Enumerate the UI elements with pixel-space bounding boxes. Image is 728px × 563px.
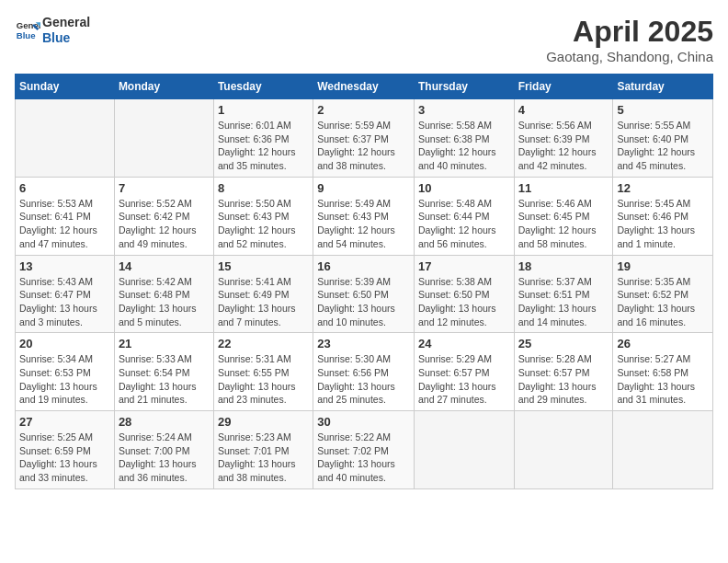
day-number: 22 bbox=[218, 337, 309, 350]
calendar-cell: 11Sunrise: 5:46 AM Sunset: 6:45 PM Dayli… bbox=[514, 177, 613, 255]
day-info: Sunrise: 5:58 AM Sunset: 6:38 PM Dayligh… bbox=[418, 119, 510, 173]
location-subtitle: Gaotang, Shandong, China bbox=[546, 49, 713, 64]
column-header-saturday: Saturday bbox=[613, 75, 713, 99]
day-number: 26 bbox=[617, 337, 709, 350]
calendar-cell: 23Sunrise: 5:30 AM Sunset: 6:56 PM Dayli… bbox=[313, 333, 415, 411]
calendar-week-3: 13Sunrise: 5:43 AM Sunset: 6:47 PM Dayli… bbox=[16, 255, 713, 333]
calendar-cell: 2Sunrise: 5:59 AM Sunset: 6:37 PM Daylig… bbox=[313, 99, 415, 178]
day-info: Sunrise: 5:33 AM Sunset: 6:54 PM Dayligh… bbox=[119, 352, 210, 407]
day-number: 25 bbox=[518, 337, 609, 350]
calendar-cell bbox=[16, 99, 115, 178]
day-number: 16 bbox=[317, 259, 410, 273]
day-number: 11 bbox=[518, 181, 609, 195]
day-number: 21 bbox=[119, 337, 210, 350]
day-info: Sunrise: 5:23 AM Sunset: 7:01 PM Dayligh… bbox=[218, 431, 309, 485]
day-info: Sunrise: 5:46 AM Sunset: 6:45 PM Dayligh… bbox=[518, 197, 609, 251]
calendar-cell: 14Sunrise: 5:42 AM Sunset: 6:48 PM Dayli… bbox=[114, 255, 213, 333]
day-number: 23 bbox=[317, 337, 410, 350]
calendar-cell bbox=[414, 411, 514, 489]
day-number: 4 bbox=[518, 103, 609, 117]
title-block: April 2025 Gaotang, Shandong, China bbox=[546, 15, 713, 64]
day-info: Sunrise: 5:28 AM Sunset: 6:57 PM Dayligh… bbox=[518, 352, 609, 407]
column-header-tuesday: Tuesday bbox=[213, 75, 313, 99]
day-info: Sunrise: 5:34 AM Sunset: 6:53 PM Dayligh… bbox=[19, 352, 110, 407]
day-number: 24 bbox=[418, 337, 510, 350]
day-info: Sunrise: 6:01 AM Sunset: 6:36 PM Dayligh… bbox=[218, 119, 309, 173]
calendar-cell: 10Sunrise: 5:48 AM Sunset: 6:44 PM Dayli… bbox=[414, 177, 514, 255]
day-number: 29 bbox=[218, 415, 309, 429]
calendar-table: SundayMondayTuesdayWednesdayThursdayFrid… bbox=[15, 74, 713, 489]
day-number: 20 bbox=[19, 337, 110, 350]
column-header-thursday: Thursday bbox=[414, 75, 514, 99]
calendar-cell: 20Sunrise: 5:34 AM Sunset: 6:53 PM Dayli… bbox=[16, 333, 115, 411]
day-info: Sunrise: 5:45 AM Sunset: 6:46 PM Dayligh… bbox=[617, 197, 709, 251]
calendar-cell: 28Sunrise: 5:24 AM Sunset: 7:00 PM Dayli… bbox=[114, 411, 213, 489]
calendar-cell: 9Sunrise: 5:49 AM Sunset: 6:43 PM Daylig… bbox=[313, 177, 415, 255]
day-number: 1 bbox=[218, 103, 309, 117]
day-number: 17 bbox=[418, 259, 510, 273]
day-number: 8 bbox=[218, 181, 309, 195]
month-title: April 2025 bbox=[546, 15, 713, 49]
column-header-sunday: Sunday bbox=[16, 75, 115, 99]
calendar-cell: 18Sunrise: 5:37 AM Sunset: 6:51 PM Dayli… bbox=[514, 255, 613, 333]
calendar-cell: 15Sunrise: 5:41 AM Sunset: 6:49 PM Dayli… bbox=[213, 255, 313, 333]
calendar-cell: 7Sunrise: 5:52 AM Sunset: 6:42 PM Daylig… bbox=[114, 177, 213, 255]
day-number: 13 bbox=[19, 259, 110, 273]
day-number: 14 bbox=[119, 259, 210, 273]
svg-text:Blue: Blue bbox=[17, 30, 36, 40]
calendar-cell bbox=[114, 99, 213, 178]
calendar-week-5: 27Sunrise: 5:25 AM Sunset: 6:59 PM Dayli… bbox=[16, 411, 713, 489]
column-header-wednesday: Wednesday bbox=[313, 75, 415, 99]
column-header-friday: Friday bbox=[514, 75, 613, 99]
day-info: Sunrise: 5:52 AM Sunset: 6:42 PM Dayligh… bbox=[119, 197, 210, 251]
calendar-week-2: 6Sunrise: 5:53 AM Sunset: 6:41 PM Daylig… bbox=[16, 177, 713, 255]
column-header-monday: Monday bbox=[114, 75, 213, 99]
day-info: Sunrise: 5:50 AM Sunset: 6:43 PM Dayligh… bbox=[218, 197, 309, 251]
day-number: 7 bbox=[119, 181, 210, 195]
day-info: Sunrise: 5:22 AM Sunset: 7:02 PM Dayligh… bbox=[317, 431, 410, 485]
day-number: 12 bbox=[617, 181, 709, 195]
calendar-week-4: 20Sunrise: 5:34 AM Sunset: 6:53 PM Dayli… bbox=[16, 333, 713, 411]
day-info: Sunrise: 5:37 AM Sunset: 6:51 PM Dayligh… bbox=[518, 275, 609, 329]
calendar-cell: 19Sunrise: 5:35 AM Sunset: 6:52 PM Dayli… bbox=[613, 255, 713, 333]
day-info: Sunrise: 5:41 AM Sunset: 6:49 PM Dayligh… bbox=[218, 275, 309, 329]
calendar-cell: 5Sunrise: 5:55 AM Sunset: 6:40 PM Daylig… bbox=[613, 99, 713, 178]
day-info: Sunrise: 5:39 AM Sunset: 6:50 PM Dayligh… bbox=[317, 275, 410, 329]
day-number: 28 bbox=[119, 415, 210, 429]
day-number: 10 bbox=[418, 181, 510, 195]
calendar-week-1: 1Sunrise: 6:01 AM Sunset: 6:36 PM Daylig… bbox=[16, 99, 713, 178]
day-info: Sunrise: 5:30 AM Sunset: 6:56 PM Dayligh… bbox=[317, 352, 410, 407]
calendar-cell: 16Sunrise: 5:39 AM Sunset: 6:50 PM Dayli… bbox=[313, 255, 415, 333]
day-info: Sunrise: 5:43 AM Sunset: 6:47 PM Dayligh… bbox=[19, 275, 110, 329]
calendar-cell: 1Sunrise: 6:01 AM Sunset: 6:36 PM Daylig… bbox=[213, 99, 313, 178]
calendar-cell: 24Sunrise: 5:29 AM Sunset: 6:57 PM Dayli… bbox=[414, 333, 514, 411]
calendar-cell bbox=[613, 411, 713, 489]
day-number: 30 bbox=[317, 415, 410, 429]
day-info: Sunrise: 5:42 AM Sunset: 6:48 PM Dayligh… bbox=[119, 275, 210, 329]
calendar-cell: 26Sunrise: 5:27 AM Sunset: 6:58 PM Dayli… bbox=[613, 333, 713, 411]
day-number: 5 bbox=[617, 103, 709, 117]
day-number: 3 bbox=[418, 103, 510, 117]
calendar-cell: 29Sunrise: 5:23 AM Sunset: 7:01 PM Dayli… bbox=[213, 411, 313, 489]
day-number: 15 bbox=[218, 259, 309, 273]
calendar-header-row: SundayMondayTuesdayWednesdayThursdayFrid… bbox=[16, 75, 713, 99]
day-info: Sunrise: 5:29 AM Sunset: 6:57 PM Dayligh… bbox=[418, 352, 510, 407]
calendar-cell: 3Sunrise: 5:58 AM Sunset: 6:38 PM Daylig… bbox=[414, 99, 514, 178]
logo: General Blue General Blue bbox=[15, 15, 90, 46]
logo-line2: Blue bbox=[42, 30, 90, 46]
calendar-cell: 17Sunrise: 5:38 AM Sunset: 6:50 PM Dayli… bbox=[414, 255, 514, 333]
day-info: Sunrise: 5:55 AM Sunset: 6:40 PM Dayligh… bbox=[617, 119, 709, 173]
calendar-cell: 13Sunrise: 5:43 AM Sunset: 6:47 PM Dayli… bbox=[16, 255, 115, 333]
day-number: 2 bbox=[317, 103, 410, 117]
day-info: Sunrise: 5:56 AM Sunset: 6:39 PM Dayligh… bbox=[518, 119, 609, 173]
day-info: Sunrise: 5:35 AM Sunset: 6:52 PM Dayligh… bbox=[617, 275, 709, 329]
day-info: Sunrise: 5:31 AM Sunset: 6:55 PM Dayligh… bbox=[218, 352, 309, 407]
day-info: Sunrise: 5:59 AM Sunset: 6:37 PM Dayligh… bbox=[317, 119, 410, 173]
day-number: 6 bbox=[19, 181, 110, 195]
day-info: Sunrise: 5:48 AM Sunset: 6:44 PM Dayligh… bbox=[418, 197, 510, 251]
calendar-cell: 30Sunrise: 5:22 AM Sunset: 7:02 PM Dayli… bbox=[313, 411, 415, 489]
calendar-cell: 27Sunrise: 5:25 AM Sunset: 6:59 PM Dayli… bbox=[16, 411, 115, 489]
day-info: Sunrise: 5:49 AM Sunset: 6:43 PM Dayligh… bbox=[317, 197, 410, 251]
page-header: General Blue General Blue April 2025 Gao… bbox=[15, 15, 713, 64]
calendar-cell: 22Sunrise: 5:31 AM Sunset: 6:55 PM Dayli… bbox=[213, 333, 313, 411]
